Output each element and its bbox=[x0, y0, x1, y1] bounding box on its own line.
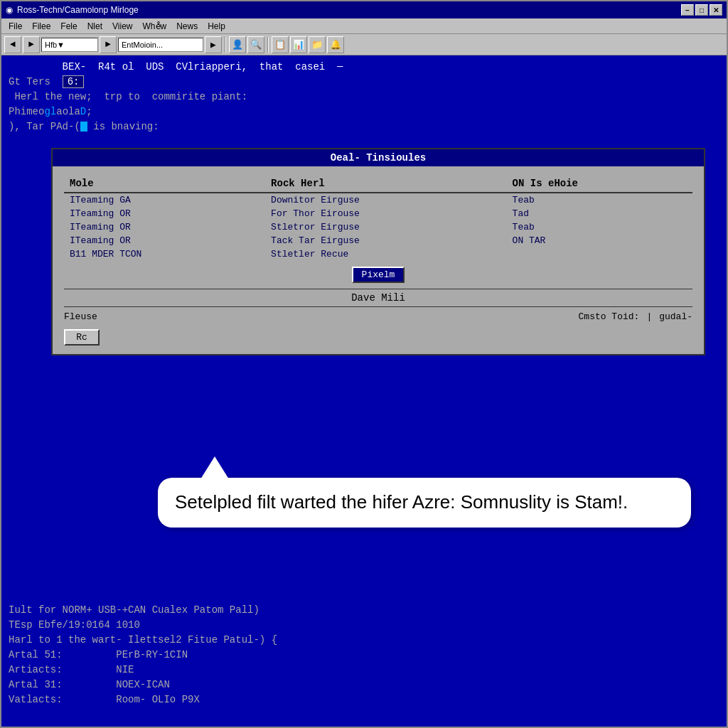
terminal-line-1: BEX- R4t ol UDS CVlriapperi, that casei … bbox=[9, 60, 719, 75]
back-button[interactable]: ◄ bbox=[4, 36, 21, 53]
table-row[interactable]: B11 MDER TCON Stletler Recue bbox=[64, 247, 692, 261]
bottom-sep: | bbox=[646, 311, 652, 322]
go-button[interactable]: ▶ bbox=[205, 36, 222, 53]
dave-mili-row[interactable]: Dave Mili bbox=[64, 289, 692, 307]
dialog-bottom-row: Fleuse Cmsto Toid: | gudal- bbox=[64, 307, 692, 326]
bottom-line-7: Vatlacts: Room- OLIo P9X bbox=[9, 692, 719, 707]
toolbar-btn-5[interactable]: 📁 bbox=[309, 36, 326, 53]
menu-news[interactable]: News bbox=[172, 20, 202, 33]
callout-text: Setelpled filt warted the hifer Azre: So… bbox=[175, 491, 628, 513]
window-title: Ross-Techn/Caamolonp Mirloge bbox=[17, 5, 139, 15]
toolbar-btn-6[interactable]: 🔔 bbox=[327, 36, 344, 53]
rc-button[interactable]: Rc bbox=[64, 329, 100, 346]
row3-col1: ITeaming OR bbox=[64, 220, 265, 234]
minimize-button[interactable]: − bbox=[681, 4, 694, 16]
menu-help[interactable]: Help bbox=[203, 20, 230, 33]
menu-whew[interactable]: Whe̊w bbox=[139, 20, 171, 33]
terminal-line-4: PhimeoglaolaD; bbox=[9, 105, 719, 119]
bottom-line-6: Artal 31: NOEX-ICAN bbox=[9, 678, 719, 692]
main-terminal: BEX- R4t ol UDS CVlriapperi, that casei … bbox=[1, 55, 727, 599]
row1-col2: Downitor Eirguse bbox=[265, 193, 507, 207]
row2-col1: ITeaming OR bbox=[64, 207, 265, 220]
row5-col3 bbox=[507, 247, 692, 261]
dialog-title: Oeal- Tinsioules bbox=[53, 149, 704, 166]
bottom-label-cmsto: Cmsto Toid: bbox=[579, 311, 640, 322]
cursor-indicator bbox=[80, 122, 87, 132]
col-header-3: ON Is eHoie bbox=[507, 175, 692, 193]
table-row[interactable]: ITeaming OR Stletror Eirguse Teab bbox=[64, 220, 692, 234]
bottom-label-gudal: gudal- bbox=[659, 311, 692, 322]
title-bar-left: ◉ Ross-Techn/Caamolonp Mirloge bbox=[6, 5, 139, 15]
menu-file[interactable]: File bbox=[4, 20, 26, 33]
cursor-input[interactable]: 6: bbox=[63, 75, 85, 88]
bottom-line-4: Artal 51: PErB-RY-1CIN bbox=[9, 648, 719, 663]
bottom-terminal: Iult for NORM+ USB-+CAN Cualex Patom Pal… bbox=[1, 599, 727, 727]
row1-col3: Teab bbox=[507, 193, 692, 207]
table-row[interactable]: ITeaming OR For Thor Eirouse Tad bbox=[64, 207, 692, 220]
bottom-line-1: Iult for NORM+ USB-+CAN Cualex Patom Pal… bbox=[9, 603, 719, 618]
row4-col1: ITeaming OR bbox=[64, 234, 265, 247]
row5-col1: B11 MDER TCON bbox=[64, 247, 265, 261]
dialog-box: Oeal- Tinsioules Mole Rock Herl ON Is eH… bbox=[51, 148, 705, 355]
table-row[interactable]: ITeaming GA Downitor Eirguse Teab bbox=[64, 193, 692, 207]
title-bar-controls: − □ ✕ bbox=[681, 4, 722, 16]
toolbar: ◄ ► Hfb▼ ► EntMoioin... ▶ 👤 🔍 📋 📊 📁 🔔 bbox=[1, 34, 727, 55]
menu-nlet[interactable]: Nlet bbox=[83, 20, 107, 33]
col-header-2: Rock Herl bbox=[265, 175, 507, 193]
row4-col3: ON TAR bbox=[507, 234, 692, 247]
row2-col3: Tad bbox=[507, 207, 692, 220]
menu-filee[interactable]: Filee bbox=[28, 20, 55, 33]
toolbar-btn-2[interactable]: 🔍 bbox=[247, 36, 264, 53]
dialog-table: Mole Rock Herl ON Is eHoie ITeaming GA D… bbox=[64, 175, 692, 261]
row3-col2: Stletror Eirguse bbox=[265, 220, 507, 234]
bottom-line-5: Artiacts: NIE bbox=[9, 663, 719, 678]
col-header-1: Mole bbox=[64, 175, 265, 193]
terminal-line-5: ), Tar PAd-( is bnaving: bbox=[9, 119, 719, 134]
window-icon: ◉ bbox=[6, 5, 13, 15]
pixelm-button[interactable]: Pixelm bbox=[352, 267, 405, 283]
nav-arrow-button[interactable]: ► bbox=[100, 36, 117, 53]
toolbar-btn-1[interactable]: 👤 bbox=[229, 36, 246, 53]
row1-col1: ITeaming GA bbox=[64, 193, 265, 207]
close-button[interactable]: ✕ bbox=[710, 4, 722, 16]
menu-fele[interactable]: Fele bbox=[56, 20, 81, 33]
menu-bar: File Filee Fele Nlet Viiew Whe̊w News He… bbox=[1, 18, 727, 34]
toolbar-btn-4[interactable]: 📊 bbox=[290, 36, 307, 53]
main-window: ◉ Ross-Techn/Caamolonp Mirloge − □ ✕ Fil… bbox=[0, 0, 728, 728]
selected-button-row: Pixelm bbox=[64, 267, 692, 283]
row3-col3: Teab bbox=[507, 220, 692, 234]
callout-bubble: Setelpled filt warted the hifer Azre: So… bbox=[158, 478, 691, 528]
dialog-content: Mole Rock Herl ON Is eHoie ITeaming GA D… bbox=[53, 166, 704, 354]
menu-viiew[interactable]: Viiew bbox=[108, 20, 136, 33]
nav-dropdown[interactable]: Hfb▼ bbox=[41, 38, 98, 52]
address-bar[interactable]: EntMoioin... bbox=[118, 38, 203, 52]
row5-col2: Stletler Recue bbox=[265, 247, 507, 261]
toolbar-separator bbox=[225, 37, 226, 53]
row2-col2: For Thor Eirouse bbox=[265, 207, 507, 220]
restore-button[interactable]: □ bbox=[695, 4, 708, 16]
terminal-line-2: Gt Ters 6: bbox=[9, 75, 719, 90]
toolbar-btn-3[interactable]: 📋 bbox=[272, 36, 289, 53]
title-bar: ◉ Ross-Techn/Caamolonp Mirloge − □ ✕ bbox=[1, 1, 727, 18]
bottom-line-2: TEsp Ebfe/19:0164 1010 bbox=[9, 618, 719, 633]
row4-col2: Tack Tar Eirguse bbox=[265, 234, 507, 247]
dialog-input-row: Rc bbox=[64, 326, 692, 348]
forward-button[interactable]: ► bbox=[23, 36, 40, 53]
table-row[interactable]: ITeaming OR Tack Tar Eirguse ON TAR bbox=[64, 234, 692, 247]
terminal-line-3: Herl the new; trp to commirite piant: bbox=[9, 90, 719, 105]
bottom-label-fleuse: Fleuse bbox=[64, 311, 97, 322]
bottom-line-3: Harl to 1 the wart- Ilettsel2 Fitue Patu… bbox=[9, 633, 719, 648]
toolbar-separator-2 bbox=[267, 37, 269, 53]
